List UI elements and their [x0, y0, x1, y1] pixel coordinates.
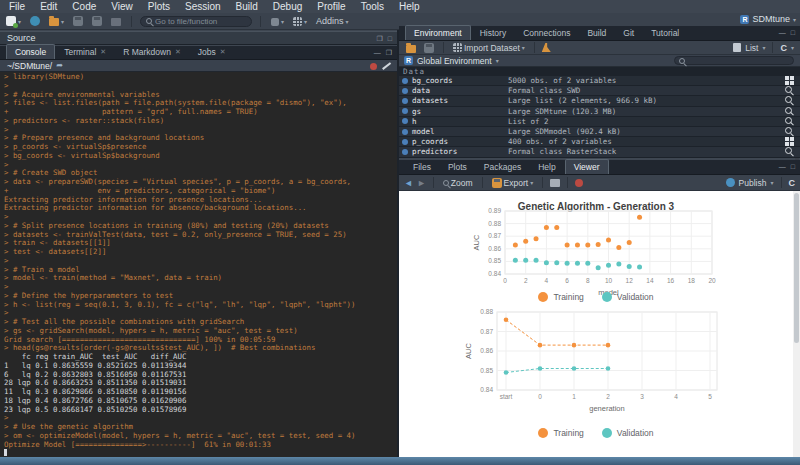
maximize-pane-icon[interactable]: ❐ [386, 49, 392, 57]
refresh-icon[interactable]: C [789, 178, 796, 188]
env-object-row[interactable]: datasetsLarge list (2 elements, 966.9 kB… [399, 96, 800, 106]
load-workspace-button[interactable] [404, 42, 418, 54]
open-in-new-icon[interactable]: ➦ [56, 61, 63, 70]
env-object-row[interactable]: predictorsFormal class RasterStack [399, 147, 800, 157]
inspect-magnifier-icon[interactable] [785, 147, 794, 156]
pane-layout-button[interactable]: ▾ [291, 16, 309, 27]
tab-viewer[interactable]: Viewer [565, 159, 609, 174]
env-object-row[interactable]: hList of 2 [399, 117, 800, 127]
env-object-row[interactable]: gsLarge SDMtune (120.3 MB) [399, 107, 800, 117]
close-icon[interactable]: ✕ [175, 48, 181, 56]
refresh-icon[interactable]: C [780, 43, 787, 53]
legend-label: Training [553, 292, 583, 302]
minimize-pane-icon[interactable]: — [779, 163, 786, 171]
project-selector-button[interactable]: R SDMtune ▾ [740, 14, 796, 24]
menu-item-code[interactable]: Code [72, 1, 96, 12]
console-line: > model <- train(method = "Maxnet", data… [4, 274, 397, 283]
print-button[interactable] [109, 15, 123, 27]
tab-terminal[interactable]: Terminal✕ [56, 45, 114, 59]
menu-item-edit[interactable]: Edit [40, 1, 57, 12]
inspect-magnifier-icon[interactable] [785, 96, 794, 105]
save-all-button[interactable] [90, 15, 104, 27]
view-table-icon[interactable] [785, 137, 794, 146]
viewer-tabstrip: FilesPlotsPackagesHelpViewer — □ [399, 160, 800, 175]
object-description: Large SDMmodel (902.4 kB) [508, 127, 785, 136]
menu-item-view[interactable]: View [111, 1, 133, 12]
inspect-magnifier-icon[interactable] [785, 117, 794, 126]
env-object-row[interactable]: modelLarge SDMmodel (902.4 kB) [399, 127, 800, 137]
publish-label[interactable]: Publish [739, 178, 767, 188]
close-icon[interactable]: ✕ [100, 48, 106, 56]
env-object-row[interactable]: bg_coords5000 obs. of 2 variables [399, 76, 800, 86]
object-description: Formal class SWD [508, 86, 785, 95]
tab-plots[interactable]: Plots [440, 160, 475, 174]
console-line: > h <- list(reg = seq(0.1, 3, 0.1), fc =… [4, 301, 397, 310]
tab-help[interactable]: Help [530, 160, 563, 174]
inspect-magnifier-icon[interactable] [785, 127, 794, 136]
minimize-pane-icon[interactable]: — [779, 29, 786, 37]
open-in-window-icon[interactable] [550, 179, 560, 187]
menu-item-session[interactable]: Session [185, 1, 221, 12]
menu-item-profile[interactable]: Profile [317, 1, 345, 12]
import-dataset-button[interactable]: Import Dataset ▾ [451, 42, 527, 54]
global-environment-label[interactable]: Global Environment [417, 56, 492, 66]
open-file-button[interactable]: ▾ [47, 15, 66, 27]
source-pane-header[interactable]: Source ❐ □ [0, 31, 397, 45]
console-output[interactable]: > library(SDMtune)>> # Acquire environme… [0, 72, 397, 457]
addins-button[interactable]: Addins▾ [314, 15, 351, 27]
save-workspace-button[interactable] [422, 42, 436, 54]
forward-arrow-icon[interactable]: ► [417, 178, 426, 188]
tab-build[interactable]: Build [579, 26, 614, 40]
export-button[interactable]: Export ▾ [490, 177, 536, 189]
maximize-pane-icon[interactable]: □ [791, 163, 795, 171]
inspect-magnifier-icon[interactable] [785, 86, 794, 95]
new-file-button[interactable]: ▾ [4, 15, 23, 27]
clear-environment-broom-icon[interactable] [542, 43, 551, 52]
chevron-down-icon: ▾ [496, 57, 499, 64]
clear-console-icon[interactable] [383, 62, 391, 70]
save-all-icon [92, 16, 102, 26]
list-view-label[interactable]: List [745, 43, 758, 53]
tab-packages[interactable]: Packages [476, 160, 529, 174]
interrupt-r-icon[interactable] [370, 63, 377, 70]
tab-jobs[interactable]: Jobs✕ [190, 45, 234, 59]
back-arrow-icon[interactable]: ◄ [404, 178, 413, 188]
menu-item-debug[interactable]: Debug [273, 1, 302, 12]
tab-environment[interactable]: Environment [405, 25, 471, 40]
svg-text:1: 1 [572, 393, 576, 400]
view-table-icon[interactable] [785, 76, 794, 85]
goto-file-function-input[interactable]: Go to file/function [140, 16, 252, 27]
inspect-magnifier-icon[interactable] [785, 107, 794, 116]
tab-git[interactable]: Git [615, 26, 642, 40]
maximize-pane-icon[interactable]: □ [791, 29, 795, 37]
chart-legend: TrainingValidation [399, 428, 793, 438]
svg-text:16: 16 [667, 277, 675, 284]
svg-text:AUC: AUC [472, 234, 481, 250]
tab-files[interactable]: Files [405, 160, 439, 174]
environment-search-input[interactable] [674, 56, 794, 65]
env-object-row[interactable]: p_coords400 obs. of 2 variables [399, 137, 800, 147]
menu-item-tools[interactable]: Tools [361, 1, 384, 12]
new-project-button[interactable] [28, 15, 42, 27]
maximize-pane-icon[interactable]: □ [388, 35, 392, 43]
tab-r-markdown[interactable]: R Markdown✕ [115, 45, 189, 59]
menu-item-build[interactable]: Build [236, 1, 258, 12]
minimize-pane-icon[interactable]: — [374, 49, 381, 57]
stop-icon[interactable] [575, 179, 583, 187]
workspace-panes-button[interactable]: ▾ [269, 16, 286, 27]
minimize-pane-icon[interactable]: ❐ [376, 35, 382, 43]
env-object-row[interactable]: dataFormal class SWD [399, 86, 800, 96]
zoom-plot-button[interactable]: Zoom [441, 177, 475, 189]
viewer-scrollbar[interactable] [793, 191, 800, 457]
close-icon[interactable]: ✕ [220, 48, 226, 56]
menu-item-help[interactable]: Help [399, 1, 420, 12]
tab-connections[interactable]: Connections [515, 26, 578, 40]
svg-text:12: 12 [626, 277, 634, 284]
tab-tutorial[interactable]: Tutorial [643, 26, 687, 40]
export-save-icon [492, 178, 502, 188]
menu-item-file[interactable]: File [9, 1, 25, 12]
tab-console[interactable]: Console [6, 44, 55, 59]
save-button[interactable] [71, 15, 85, 27]
menu-item-plots[interactable]: Plots [148, 1, 170, 12]
tab-history[interactable]: History [472, 26, 514, 40]
